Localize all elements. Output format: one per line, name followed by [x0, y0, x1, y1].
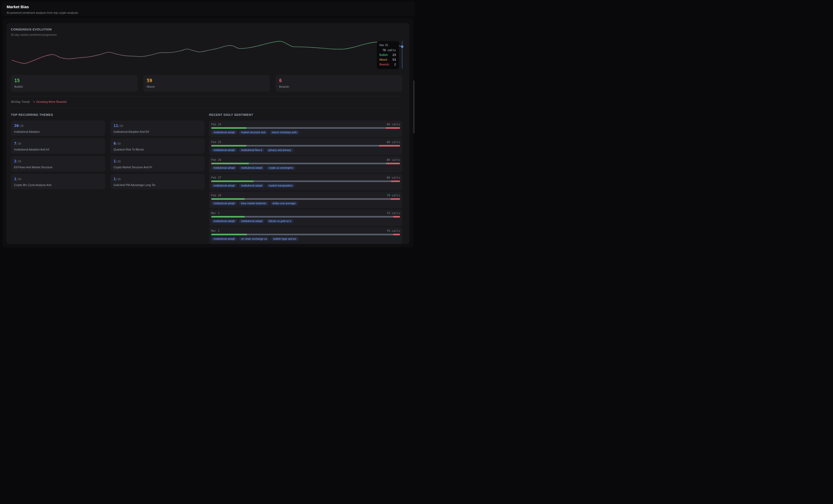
daily-sentiment-row: Mar 179 callsinstitutional adoptiinstitu…: [209, 209, 402, 226]
daily-date: Feb 28: [211, 194, 221, 197]
topic-tag: institutional adopti: [211, 148, 237, 152]
stat-value: 6: [279, 78, 399, 83]
theme-count-line: 7/30: [14, 141, 102, 146]
sentiment-line-chart[interactable]: Mar 25 78 calls Bullish:23Mixed:53Bearis…: [11, 39, 402, 70]
theme-count: 7: [14, 141, 17, 145]
topic-tag: on chain exchange ca: [239, 237, 269, 241]
topic-tag: institutional adopti: [211, 130, 237, 134]
consensus-evolution-subheading: 30-day market sentiment progression: [11, 33, 57, 36]
theme-card: 1/30Gold And PM Advantage Long Ter: [111, 174, 205, 189]
sentiment-bar-mixed-segment: [249, 163, 386, 164]
daily-tags: institutional adoption chain exchange ca…: [211, 237, 400, 241]
sentiment-bar: [211, 216, 400, 218]
sentiment-bar-mixed-segment: [244, 198, 391, 200]
daily-calls: 80 calls: [386, 158, 400, 161]
sentiment-chart-svg[interactable]: [11, 39, 402, 70]
topic-tag: institutional adopti: [211, 201, 237, 206]
theme-card: 11/30Institutional Adoption And Etf: [111, 121, 205, 136]
topic-tag: institutional adopti: [239, 184, 265, 188]
sentiment-bar-bullish-segment: [211, 145, 246, 147]
dashboard-card: CONSENSUS EVOLUTION 30-day market sentim…: [6, 23, 409, 244]
theme-count: 1: [114, 177, 116, 181]
hovered-point-dot: [401, 46, 404, 48]
tooltip-row-value: 2: [394, 63, 396, 66]
tooltip-row: Mixed:53: [377, 58, 399, 61]
daily-calls: 80 calls: [386, 140, 400, 144]
topic-tag: market structure and: [239, 130, 268, 134]
stat-card-bearish: 6Bearish: [276, 75, 402, 92]
topic-tag: privacy and privacy: [266, 148, 293, 152]
themes-grid: 30/30Institutional Adoption11/30Institut…: [11, 121, 205, 189]
theme-label: Institutional Adoption And Inf: [14, 148, 102, 151]
header-bar: Market Bias AI-powered sentiment analysi…: [1, 2, 415, 16]
theme-count-line: 1/30: [14, 176, 102, 181]
sentiment-bar-mixed-segment: [246, 127, 386, 129]
sentiment-bar-bearish-segment: [391, 198, 400, 200]
theme-label: Institutional Adoption: [14, 130, 102, 133]
theme-count-line: 1/30: [114, 176, 201, 181]
theme-card: 2/30Etf Flows And Market Structure: [11, 156, 105, 171]
theme-count: 6: [114, 141, 116, 145]
daily-sentiment-row: Feb 2680 callsinstitutional adoptiinstit…: [209, 156, 402, 173]
stat-label: Mixed: [147, 85, 266, 88]
theme-max: /30: [17, 160, 21, 163]
daily-tags: institutional adoptibear market bottomin…: [211, 201, 400, 206]
theme-count-line: 1/30: [114, 159, 201, 164]
sentiment-bar-bearish-segment: [391, 181, 400, 182]
sentiment-bar: [211, 198, 400, 200]
scrollbar-thumb[interactable]: [413, 80, 415, 134]
trend-down-arrow-icon: ↘: [32, 100, 35, 103]
topic-tag: bear market bottomin: [239, 201, 269, 206]
topic-tag: dollar-cost averagin: [270, 201, 298, 206]
topic-tag: crypto ai convergenc: [266, 166, 295, 170]
sentiment-bar-bearish-segment: [393, 216, 400, 218]
topic-tag: institutional flow d: [239, 148, 264, 152]
daily-date: Feb 25: [211, 140, 221, 144]
topic-tag: institutional adopti: [211, 184, 237, 188]
daily-sentiment-row: Mar 279 callsinstitutional adoption chai…: [209, 227, 402, 244]
sentiment-bar-mixed-segment: [247, 234, 393, 235]
sentiment-bar-bullish-segment: [211, 216, 244, 218]
sentiment-bar-bullish-segment: [211, 127, 246, 129]
sentiment-bar: [211, 234, 400, 235]
theme-max: /30: [116, 160, 121, 163]
theme-card: 6/30Quantum Risk To Bitcoin: [111, 138, 205, 154]
topic-tag: market manipulation: [266, 184, 295, 188]
daily-date: Feb 24: [211, 123, 221, 126]
sentiment-bar-bearish-segment: [379, 145, 400, 147]
topic-tag: institutional adopti: [239, 166, 265, 170]
tooltip-row-label: Bullish:: [379, 53, 388, 56]
trend-row: 30-Day Trend: ↘ Growing More Bearish: [11, 100, 67, 103]
consensus-evolution-heading: CONSENSUS EVOLUTION: [11, 28, 52, 31]
sentiment-bar-bearish-segment: [386, 163, 400, 164]
theme-count: 1: [114, 159, 116, 163]
themes-heading: TOP RECURRING THEMES: [11, 113, 205, 116]
daily-calls: 80 calls: [386, 123, 400, 126]
chart-tooltip: Mar 25 78 calls Bullish:23Mixed:53Bearis…: [377, 41, 399, 69]
theme-count: 11: [114, 123, 118, 128]
theme-max: /30: [19, 124, 23, 127]
sentiment-bar-bullish-segment: [211, 163, 249, 164]
daily-sentiment-row: Feb 2879 callsinstitutional adoptibear m…: [209, 192, 402, 208]
tooltip-calls: 78 calls: [377, 48, 399, 52]
sentiment-bar-bullish-segment: [211, 181, 254, 182]
theme-count-line: 30/30: [14, 123, 102, 128]
daily-date: Mar 1: [211, 212, 220, 215]
daily-sentiment-row: Feb 2480 callsinstitutional adoptimarket…: [209, 121, 402, 137]
theme-label: Crypto Market Structure And Pr: [114, 166, 201, 169]
main-panel: CONSENSUS EVOLUTION 30-day market sentim…: [2, 18, 413, 247]
theme-max: /30: [17, 178, 21, 181]
daily-sentiment-row: Feb 2780 callsinstitutional adoptiinstit…: [209, 174, 402, 191]
daily-date: Feb 27: [211, 176, 221, 179]
theme-max: /30: [17, 142, 21, 145]
sentiment-bar: [211, 145, 400, 147]
stat-value: 59: [147, 78, 266, 83]
tooltip-row-value: 23: [392, 53, 396, 56]
stat-card-mixed: 59Mixed: [143, 75, 270, 92]
theme-count-line: 11/30: [114, 123, 201, 128]
sentiment-bar-bullish-segment: [211, 198, 244, 200]
theme-card: 1/30Crypto Market Structure And Pr: [111, 156, 205, 171]
theme-label: Etf Flows And Market Structure: [14, 166, 102, 169]
theme-label: Institutional Adoption And Etf: [114, 130, 201, 133]
daily-row-header: Feb 2879 calls: [211, 194, 400, 197]
